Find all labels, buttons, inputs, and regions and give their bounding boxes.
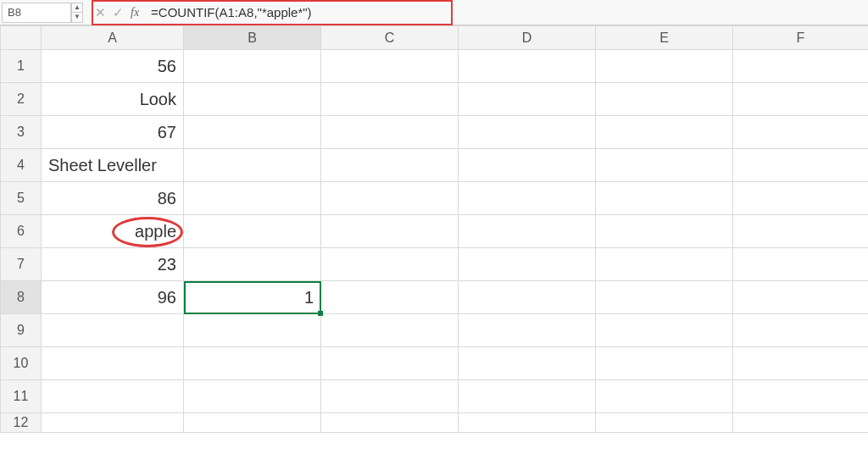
- row-header[interactable]: 6: [1, 215, 42, 248]
- cell-A4[interactable]: Sheet Leveller: [42, 149, 184, 182]
- col-header-F[interactable]: F: [733, 26, 869, 50]
- cell-A5[interactable]: 86: [42, 182, 184, 215]
- cell-C12[interactable]: [321, 413, 459, 433]
- cell-D1[interactable]: [459, 50, 596, 83]
- col-header-B[interactable]: B: [184, 26, 321, 50]
- cell-E6[interactable]: [596, 215, 733, 248]
- cell-C11[interactable]: [321, 380, 459, 413]
- cell-D10[interactable]: [459, 347, 596, 380]
- cell-B2[interactable]: [184, 83, 321, 116]
- cell-D11[interactable]: [459, 380, 596, 413]
- cell-E7[interactable]: [596, 248, 733, 281]
- row-header[interactable]: 9: [1, 314, 42, 347]
- cell-A8[interactable]: 96: [42, 281, 184, 314]
- spreadsheet-grid[interactable]: A B C D E F 1 56 2 Look: [0, 25, 868, 433]
- cell-B12[interactable]: [184, 413, 321, 433]
- cell-F5[interactable]: [733, 182, 869, 215]
- col-header-D[interactable]: D: [459, 26, 596, 50]
- row-header[interactable]: 10: [1, 347, 42, 380]
- cell-B5[interactable]: [184, 182, 321, 215]
- cell-F2[interactable]: [733, 83, 869, 116]
- cell-F8[interactable]: [733, 281, 869, 314]
- cell-A11[interactable]: [42, 380, 184, 413]
- cancel-icon[interactable]: ✕: [95, 5, 106, 20]
- cell-C1[interactable]: [321, 50, 459, 83]
- cell-E9[interactable]: [596, 314, 733, 347]
- cell-C9[interactable]: [321, 314, 459, 347]
- cell-B10[interactable]: [184, 347, 321, 380]
- cell-C5[interactable]: [321, 182, 459, 215]
- cell-F4[interactable]: [733, 149, 869, 182]
- cell-C3[interactable]: [321, 116, 459, 149]
- cell-D6[interactable]: [459, 215, 596, 248]
- col-header-A[interactable]: A: [42, 26, 184, 50]
- cell-D9[interactable]: [459, 314, 596, 347]
- cell-E11[interactable]: [596, 380, 733, 413]
- cell-E1[interactable]: [596, 50, 733, 83]
- cell-C8[interactable]: [321, 281, 459, 314]
- name-box-stepper[interactable]: ▲ ▼: [71, 3, 83, 23]
- cell-D8[interactable]: [459, 281, 596, 314]
- fx-label[interactable]: fx: [131, 6, 139, 19]
- cell-F6[interactable]: [733, 215, 869, 248]
- cell-B3[interactable]: [184, 116, 321, 149]
- cell-A10[interactable]: [42, 347, 184, 380]
- row-header[interactable]: 2: [1, 83, 42, 116]
- cell-E4[interactable]: [596, 149, 733, 182]
- cell-E2[interactable]: [596, 83, 733, 116]
- row-header[interactable]: 5: [1, 182, 42, 215]
- row-header[interactable]: 12: [1, 413, 42, 433]
- cell-E10[interactable]: [596, 347, 733, 380]
- cell-E3[interactable]: [596, 116, 733, 149]
- col-header-C[interactable]: C: [321, 26, 459, 50]
- cell-E5[interactable]: [596, 182, 733, 215]
- row-header[interactable]: 3: [1, 116, 42, 149]
- cell-D12[interactable]: [459, 413, 596, 433]
- cell-F3[interactable]: [733, 116, 869, 149]
- cell-B4[interactable]: [184, 149, 321, 182]
- cell-A9[interactable]: [42, 314, 184, 347]
- cell-A3[interactable]: 67: [42, 116, 184, 149]
- cell-E12[interactable]: [596, 413, 733, 433]
- cell-F10[interactable]: [733, 347, 869, 380]
- row-header[interactable]: 7: [1, 248, 42, 281]
- cell-F7[interactable]: [733, 248, 869, 281]
- cell-D7[interactable]: [459, 248, 596, 281]
- row-header[interactable]: 11: [1, 380, 42, 413]
- stepper-up-icon[interactable]: ▲: [72, 3, 82, 14]
- cell-C6[interactable]: [321, 215, 459, 248]
- cell-C10[interactable]: [321, 347, 459, 380]
- confirm-icon[interactable]: ✓: [113, 5, 124, 20]
- name-box[interactable]: B8: [2, 3, 71, 23]
- cell-A6[interactable]: apple: [42, 215, 184, 248]
- cell-C2[interactable]: [321, 83, 459, 116]
- formula-input[interactable]: [151, 5, 868, 19]
- cell-D5[interactable]: [459, 182, 596, 215]
- stepper-down-icon[interactable]: ▼: [72, 13, 82, 22]
- col-header-E[interactable]: E: [596, 26, 733, 50]
- cell-B6[interactable]: [184, 215, 321, 248]
- cell-D4[interactable]: [459, 149, 596, 182]
- cell-C7[interactable]: [321, 248, 459, 281]
- cell-A2[interactable]: Look: [42, 83, 184, 116]
- cell-D2[interactable]: [459, 83, 596, 116]
- cell-D3[interactable]: [459, 116, 596, 149]
- cell-F11[interactable]: [733, 380, 869, 413]
- cell-A1[interactable]: 56: [42, 50, 184, 83]
- cell-F9[interactable]: [733, 314, 869, 347]
- cell-B9[interactable]: [184, 314, 321, 347]
- row-header[interactable]: 1: [1, 50, 42, 83]
- cell-A7[interactable]: 23: [42, 248, 184, 281]
- select-all-corner[interactable]: [1, 26, 42, 50]
- cell-F1[interactable]: [733, 50, 869, 83]
- cell-E8[interactable]: [596, 281, 733, 314]
- cell-B11[interactable]: [184, 380, 321, 413]
- row-header[interactable]: 4: [1, 149, 42, 182]
- cell-B1[interactable]: [184, 50, 321, 83]
- cell-B8[interactable]: 1: [184, 281, 321, 314]
- cell-C4[interactable]: [321, 149, 459, 182]
- cell-F12[interactable]: [733, 413, 869, 433]
- cell-B7[interactable]: [184, 248, 321, 281]
- row-header[interactable]: 8: [1, 281, 42, 314]
- cell-A12[interactable]: [42, 413, 184, 433]
